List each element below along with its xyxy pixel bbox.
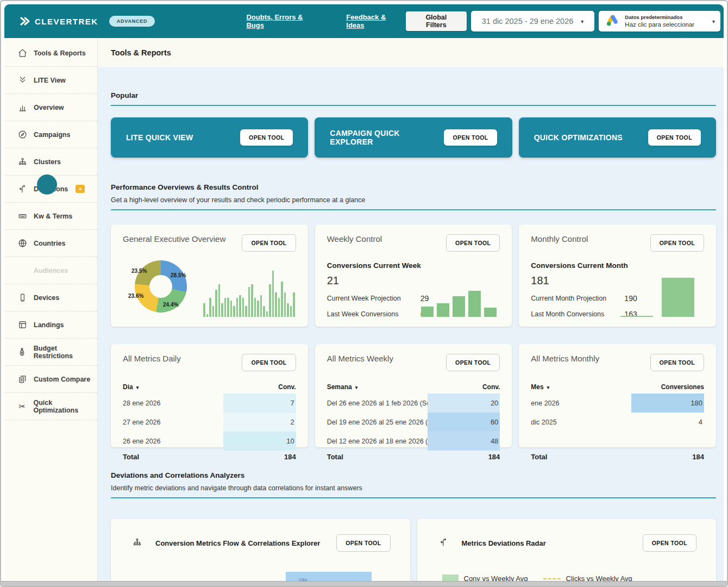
sidebar-item-lite-view[interactable]: LITE View <box>4 67 97 94</box>
open-tool-button[interactable]: OPEN TOOL <box>444 129 497 146</box>
open-tool-button[interactable]: OPEN TOOL <box>336 534 390 552</box>
bar <box>453 296 465 317</box>
bar <box>269 284 271 317</box>
total-label: Total <box>531 453 547 461</box>
header-nav-link-0[interactable]: Doubts, Errors & Bugs <box>246 13 322 29</box>
open-tool-button[interactable]: OPEN TOOL <box>648 129 701 146</box>
row-label: dic 2025 <box>531 413 631 432</box>
bar <box>293 292 295 317</box>
bar-chart-icon <box>17 103 27 113</box>
open-tool-button[interactable]: OPEN TOOL <box>242 354 296 371</box>
bar <box>620 316 653 317</box>
bar <box>260 295 262 317</box>
window-bottom-edge <box>1 581 727 586</box>
table-row[interactable]: dic 20254 <box>531 413 704 432</box>
sidebar-item-devices[interactable]: Devices <box>4 284 97 311</box>
sidebar-item-clusters[interactable]: Clusters <box>4 148 97 176</box>
page-title-strip: Tools & Reports <box>98 38 724 67</box>
performance-section-subtitle: Get a high-level overview of your result… <box>111 196 716 204</box>
table-row[interactable]: Del 19 ene 2026 al 25 ene 2026 (Se...60 <box>327 413 500 432</box>
popular-card-quick-optimizations[interactable]: QUICK OPTIMIZATIONSOPEN TOOL <box>519 117 716 158</box>
table-row[interactable]: ene 2026180 <box>531 394 704 413</box>
open-tool-button[interactable]: OPEN TOOL <box>446 354 500 371</box>
open-tool-button[interactable]: OPEN TOOL <box>240 129 293 146</box>
total-value: 184 <box>284 453 296 461</box>
table-row[interactable]: 27 ene 20262 <box>123 413 296 432</box>
header-nav-link-1[interactable]: Feedback & Ideas <box>346 13 406 29</box>
bar <box>239 295 241 317</box>
sort-caret-icon: ▾ <box>547 385 550 390</box>
datasource-line2: Haz clic para seleccionar <box>625 21 707 28</box>
sidebar-item-label: Budget Restrictions <box>34 345 97 360</box>
open-tool-button[interactable]: OPEN TOOL <box>242 234 296 252</box>
table-sort-header[interactable]: Mes▾ <box>531 383 549 391</box>
table-total-row: Total184 <box>123 453 296 461</box>
sidebar-item-overview[interactable]: Overview <box>4 94 97 121</box>
table-row[interactable]: Del 26 ene 2026 al 1 feb 2026 (Sema...20 <box>327 394 500 413</box>
tables-cards-row: All Metrics Daily OPEN TOOL Dia▾Conv.28 … <box>111 344 716 447</box>
bar <box>266 311 268 317</box>
sidebar-item-landings[interactable]: Landings <box>4 311 97 339</box>
card-title: General Executive Overview <box>123 234 225 243</box>
metric-value: 21 <box>327 274 500 287</box>
new-feature-star-badge: ✦ <box>76 185 85 193</box>
table-row[interactable]: Del 12 ene 2026 al 18 ene 2026 (Se...48 <box>327 432 500 451</box>
bar <box>257 301 259 317</box>
card-title: All Metrics Weekly <box>327 354 393 363</box>
card-head: Conversion Metrics Flow & Correlations E… <box>111 519 410 552</box>
sidebar-item-budget-restrictions[interactable]: Budget Restrictions <box>4 339 97 366</box>
card-head: Metrics Deviations Radar OPEN TOOL <box>417 519 717 552</box>
datasource-dropdown[interactable]: Datos predeterminados Haz clic para sele… <box>599 11 720 32</box>
table-sort-header[interactable]: Dia▾ <box>123 383 139 391</box>
sidebar-item-label: Quick Optimizations <box>34 399 98 414</box>
sidebar-item-kw-terms[interactable]: Kw & Terms <box>4 203 97 230</box>
bar <box>278 298 280 317</box>
total-label: Total <box>123 453 139 461</box>
row-label: Del 12 ene 2026 al 18 ene 2026 (Se... <box>327 432 428 451</box>
bar <box>251 284 253 317</box>
card-head: All Metrics Monthly OPEN TOOL <box>531 354 704 371</box>
weekly-table: Semana▾Conv.Del 26 ene 2026 al 1 feb 202… <box>327 383 500 461</box>
popular-section-title: Popular <box>111 91 716 99</box>
section-divider <box>111 209 716 210</box>
table-row[interactable]: 28 ene 20267 <box>123 394 296 413</box>
open-tool-button[interactable]: OPEN TOOL <box>446 234 500 252</box>
open-tool-button[interactable]: OPEN TOOL <box>650 234 704 252</box>
table-row[interactable]: 26 ene 202610 <box>123 432 296 451</box>
monthly-table: Mes▾Conversionesene 2026180dic 20254Tota… <box>531 383 704 461</box>
global-filters-button[interactable]: Global Filters <box>406 11 467 31</box>
phone-icon <box>17 293 27 303</box>
open-tool-button[interactable]: OPEN TOOL <box>643 534 696 552</box>
google-ads-icon <box>605 13 620 30</box>
metric-row-label: Last Week Conversions <box>327 310 421 318</box>
sidebar-item-campaigns[interactable]: Campaigns <box>4 121 97 148</box>
globe-icon <box>17 239 27 248</box>
date-range-picker[interactable]: 31 dic 2025 - 29 ene 2026 ▾ <box>471 11 595 32</box>
sidebar-item-countries[interactable]: Countries <box>4 230 97 257</box>
app-window: CLEVERTREK ADVANCED Doubts, Errors & Bug… <box>0 0 728 587</box>
flow-explorer-card: Conversion Metrics Flow & Correlations E… <box>111 519 410 586</box>
main-area: Tools & Reports Popular LITE QUICK VIEWO… <box>98 38 724 586</box>
deviations-icon <box>439 538 450 548</box>
card-title: Weekly Control <box>327 234 382 243</box>
popular-card-campaign-quick-explorer[interactable]: CAMPAIGN QUICK EXPLOREROPEN TOOL <box>315 117 512 158</box>
cluster-icon <box>133 538 143 548</box>
bar <box>215 290 217 317</box>
table-sort-header[interactable]: Semana▾ <box>327 383 358 391</box>
sidebar-item-quick-optimizations[interactable]: ✂Quick Optimizations <box>4 393 97 420</box>
card-head: General Executive Overview OPEN TOOL <box>123 234 296 252</box>
sidebar-item-custom-compare[interactable]: Custom Compare <box>4 366 97 393</box>
donut-label: 23.5% <box>131 268 147 274</box>
metric-row-label: Current Month Projection <box>531 295 624 302</box>
sidebar-item-tools-reports[interactable]: Tools & Reports <box>4 40 97 67</box>
bar <box>284 292 286 317</box>
metric-row-label: Last Month Conversions <box>531 310 624 318</box>
monthly-control-card: Monthly Control OPEN TOOL Conversions Cu… <box>519 224 716 327</box>
clevertrek-logo: CLEVERTREK ADVANCED <box>20 16 155 27</box>
table-body: Del 26 ene 2026 al 1 feb 2026 (Sema...20… <box>327 394 500 451</box>
table-total-row: Total184 <box>531 453 704 461</box>
open-tool-button[interactable]: OPEN TOOL <box>650 354 704 371</box>
sidebar-item-label: Devices <box>34 294 59 302</box>
popular-card-lite-quick-view[interactable]: LITE QUICK VIEWOPEN TOOL <box>111 117 308 158</box>
bar <box>227 298 229 317</box>
